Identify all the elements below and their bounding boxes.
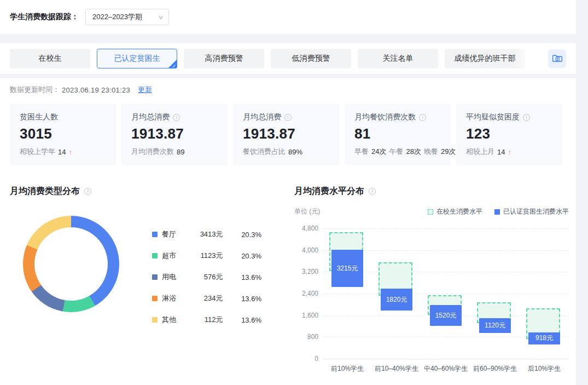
stat-card-value: 1913.87 <box>131 125 218 142</box>
legend-name: 其他 <box>162 315 190 325</box>
legend-item-poor[interactable]: 已认证贫困生消费水平 <box>494 207 569 216</box>
tab-partial-6[interactable] <box>532 49 542 68</box>
tab-高消费预警[interactable]: 高消费预警 <box>184 49 264 68</box>
stat-card-footer-text: 午餐 <box>389 147 403 157</box>
tab-已认定贫困生[interactable]: 已认定贫困生✓ <box>97 49 177 68</box>
stat-card: 贫困生人数3015相较上学年14↑ <box>10 104 116 165</box>
donut-hole <box>34 227 108 301</box>
legend-name: 已认证贫困生消费水平 <box>503 207 569 216</box>
tab-label: 已认定贫困生 <box>114 54 160 64</box>
stat-card-label-text: 平均疑似贫困度 <box>466 112 520 122</box>
check-icon: ✓ <box>172 64 176 68</box>
legend-name: 用电 <box>162 272 190 282</box>
bar-value-label: 1820元 <box>386 295 407 304</box>
legend-swatch-icon <box>152 253 158 258</box>
stat-card-label: 月均总消费i <box>243 112 329 122</box>
donut-legend-item: 餐厅3413元20.3% <box>152 229 261 240</box>
legend-value: 234元 <box>190 294 223 303</box>
add-folder-button[interactable] <box>548 49 566 68</box>
semester-select[interactable]: 2022–2023学期 ∨ <box>85 9 169 25</box>
donut-chart <box>23 216 119 312</box>
tab-label: 关注名单 <box>383 54 414 64</box>
stat-card-footer: 相较上学年14↑ <box>20 147 106 157</box>
bar-value-label: 1520元 <box>435 311 457 320</box>
stat-card: 月均总消费i1913.87餐饮消费占比89% <box>233 104 339 165</box>
gridline <box>323 359 569 359</box>
info-icon[interactable]: i <box>173 114 180 121</box>
tab-label: 低消费预警 <box>292 54 330 64</box>
stat-card-footer-text: 晚餐 <box>424 147 438 157</box>
bar-slot: 918元 <box>520 228 569 359</box>
tab-低消费预警[interactable]: 低消费预警 <box>271 49 351 68</box>
donut-chart-title: 月均消费类型分布 i <box>10 186 283 197</box>
tab-成绩优异的班干部[interactable]: 成绩优异的班干部 <box>445 49 525 68</box>
legend-item-campus[interactable]: 在校生消费水平 <box>428 207 482 216</box>
stat-card-footer-text: 28次 <box>406 147 421 157</box>
charts-row: 月均消费类型分布 i 餐厅3413元20.3%超市1123元20.3%用电576… <box>10 186 566 375</box>
bar-chart-title-text: 月均消费水平分布 <box>294 186 364 197</box>
info-icon[interactable]: i <box>523 114 530 121</box>
arrow-up-icon: ↑ <box>508 148 511 156</box>
main-panel: 数据更新时间： 2023.06.19 23:01:23 更新 贫困生人数3015… <box>0 78 576 385</box>
stat-card-footer-text: 相较上月 <box>466 147 494 157</box>
stat-card-footer: 相较上月14↑ <box>466 147 552 157</box>
stat-card-footer-text: 89% <box>288 148 302 156</box>
info-icon[interactable]: i <box>419 114 426 121</box>
stat-card-label: 月均餐饮消费次数i <box>354 112 441 122</box>
bar-chart-plot: 4,8004,0003,2002,4001,60080003215元1820元1… <box>323 228 569 359</box>
bar-chart-x-labels: 前10%学生前10–40%学生中40–60%学生前60–90%学生后10%学生 <box>323 364 569 375</box>
legend-name: 超市 <box>162 251 190 261</box>
update-time-value: 2023.06.19 23:01:23 <box>62 86 130 94</box>
arrow-up-icon: ↑ <box>68 148 72 156</box>
donut-chart-title-text: 月均消费类型分布 <box>10 186 80 197</box>
y-axis-tick: 4,000 <box>302 246 318 254</box>
stat-card-footer-text: 24次 <box>371 147 386 157</box>
refresh-link[interactable]: 更新 <box>138 85 152 95</box>
bar-slot: 3215元 <box>323 228 372 359</box>
donut-legend-item: 用电576元13.6% <box>152 272 261 283</box>
bar-chart-legend: 在校生消费水平已认证贫困生消费水平 <box>428 207 569 216</box>
donut-legend: 餐厅3413元20.3%超市1123元20.3%用电576元13.6%淋浴234… <box>152 229 261 336</box>
bar-slot: 1820元 <box>372 228 421 359</box>
legend-percent: 13.6% <box>223 316 261 324</box>
tab-在校生[interactable]: 在校生 <box>10 49 90 68</box>
tabs-scroller: 在校生已认定贫困生✓高消费预警低消费预警关注名单成绩优异的班干部 <box>10 49 542 68</box>
stat-card: 月均总消费i1913.87月均消费次数89 <box>121 104 228 165</box>
stat-card-footer-text: 月均消费次数 <box>131 147 174 157</box>
stat-card-footer: 早餐24次午餐28次晚餐29次 <box>354 147 441 157</box>
update-time-label: 数据更新时间： <box>10 85 60 95</box>
poor-range-bar: 1120元 <box>479 318 511 333</box>
legend-percent: 20.3% <box>223 231 261 239</box>
stat-card-footer-text: 相较上学年 <box>20 147 55 157</box>
bar-slot: 1120元 <box>470 228 520 359</box>
poor-range-bar: 3215元 <box>331 250 363 287</box>
y-axis-tick: 0 <box>315 355 318 363</box>
stat-card-footer-text: 29次 <box>441 147 456 157</box>
legend-percent: 13.6% <box>223 295 261 303</box>
tab-关注名单[interactable]: 关注名单 <box>358 49 438 68</box>
consumption-level-chart-section: 月均消费水平分布 i 单位 (元) 在校生消费水平已认证贫困生消费水平 4,80… <box>294 186 569 375</box>
legend-name: 在校生消费水平 <box>436 207 482 216</box>
y-axis-tick: 2,400 <box>302 290 318 297</box>
info-icon[interactable]: i <box>369 188 376 195</box>
info-icon[interactable]: i <box>84 188 91 195</box>
stat-card-footer: 餐饮消费占比89% <box>243 147 329 157</box>
y-axis-tick: 4,800 <box>302 225 318 232</box>
stat-cards-row: 贫困生人数3015相较上学年14↑月均总消费i1913.87月均消费次数89月均… <box>10 104 566 165</box>
tab-label: 在校生 <box>39 54 62 64</box>
poor-range-bar: 1820元 <box>381 289 412 311</box>
donut-legend-item: 其他112元13.6% <box>152 314 261 325</box>
stat-card-footer-text: 餐饮消费占比 <box>243 147 286 157</box>
y-axis-tick: 800 <box>307 333 318 341</box>
stat-card-label-text: 月均总消费 <box>131 112 170 122</box>
legend-percent: 20.3% <box>223 252 261 260</box>
stat-card: 平均疑似贫困度i123相较上月14↑ <box>456 104 562 165</box>
info-icon[interactable]: i <box>284 114 292 121</box>
legend-value: 576元 <box>190 272 223 282</box>
tab-label: 高消费预警 <box>205 54 243 64</box>
stat-card-footer-text: 14 <box>497 148 505 156</box>
stat-card-value: 1913.87 <box>243 125 329 142</box>
legend-swatch-icon <box>152 317 158 323</box>
stat-card-label-text: 月均餐饮消费次数 <box>354 112 416 122</box>
y-axis-tick: 3,200 <box>302 268 318 275</box>
